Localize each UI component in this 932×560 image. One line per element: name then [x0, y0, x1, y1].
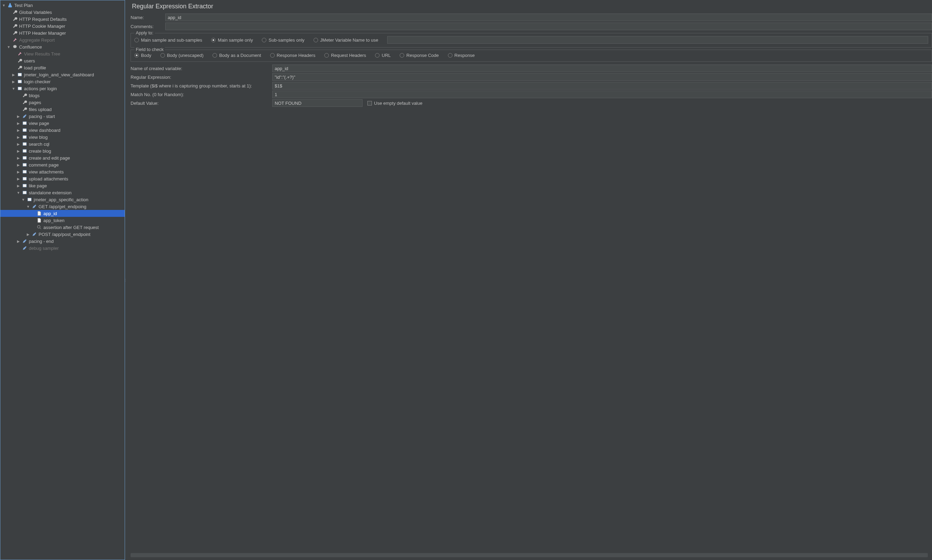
- chevron-right-icon[interactable]: ▶: [16, 163, 20, 167]
- comments-input[interactable]: [165, 23, 932, 30]
- tree-item[interactable]: ▶like page: [0, 182, 125, 189]
- jmeter-variable-name-input[interactable]: [387, 36, 928, 44]
- chevron-down-icon[interactable]: ▼: [6, 45, 11, 49]
- tree-item[interactable]: ▶comment page: [0, 162, 125, 168]
- field-to-check-option-label: Response Headers: [277, 53, 315, 58]
- name-input[interactable]: [165, 14, 932, 21]
- tree-item[interactable]: ▶search cql: [0, 140, 125, 148]
- tree-item[interactable]: ▶view page: [0, 120, 125, 127]
- tree-item-label: load profile: [24, 65, 46, 71]
- chevron-right-icon[interactable]: ▶: [16, 142, 20, 146]
- box-icon: [17, 86, 23, 91]
- box-icon: [27, 197, 32, 202]
- field-to-check-option[interactable]: Body: [134, 53, 151, 58]
- field-to-check-option[interactable]: Body (unescaped): [160, 53, 204, 58]
- tree-item[interactable]: HTTP Cookie Manager: [0, 23, 125, 29]
- splitter-handle[interactable]: ⋮⋮: [125, 0, 128, 560]
- tree-item[interactable]: ▶create and edit page: [0, 154, 125, 162]
- tree-item[interactable]: debug sampler: [0, 245, 125, 252]
- box-icon: [22, 141, 28, 147]
- tree-item[interactable]: ▼jmeter_app_specific_action: [0, 196, 125, 203]
- chevron-down-icon[interactable]: ▼: [2, 3, 6, 7]
- chevron-down-icon[interactable]: ▼: [21, 197, 25, 202]
- chevron-right-icon[interactable]: ▶: [16, 156, 20, 160]
- chevron-down-icon[interactable]: ▼: [26, 205, 30, 209]
- tree-item[interactable]: ▶create blog: [0, 148, 125, 154]
- box-icon: [17, 72, 23, 77]
- tree-item[interactable]: app_id: [0, 210, 125, 217]
- pen-icon: [22, 114, 28, 119]
- tree-item[interactable]: ▶view dashboard: [0, 127, 125, 134]
- tree-item[interactable]: ▶login checker: [0, 78, 125, 85]
- tree-item[interactable]: ▶view attachments: [0, 168, 125, 175]
- match-no-input[interactable]: [272, 91, 932, 98]
- created-var-input[interactable]: [272, 65, 932, 72]
- field-to-check-option[interactable]: URL: [375, 53, 390, 58]
- box-icon: [22, 120, 28, 126]
- wrench-icon: [17, 58, 23, 63]
- pen-icon: [22, 245, 28, 251]
- wrench-icon: [12, 23, 18, 29]
- chevron-right-icon[interactable]: ▶: [16, 121, 20, 125]
- chevron-right-icon[interactable]: ▶: [16, 128, 20, 132]
- chevron-right-icon[interactable]: ▶: [16, 149, 20, 153]
- radio-icon: [448, 53, 452, 58]
- tree-item[interactable]: View Results Tree: [0, 50, 125, 57]
- tree-item[interactable]: Aggregate Report: [0, 37, 125, 43]
- tree-item[interactable]: assertion after GET request: [0, 224, 125, 231]
- tree-item[interactable]: ▶POST /app/post_endpoint: [0, 231, 125, 238]
- tree-item[interactable]: files upload: [0, 106, 125, 113]
- field-to-check-option[interactable]: Response Code: [400, 53, 438, 58]
- apply-to-option[interactable]: Sub-samples only: [262, 37, 304, 43]
- radio-icon: [324, 53, 329, 58]
- horizontal-scrollbar[interactable]: [131, 553, 928, 557]
- chevron-down-icon[interactable]: ▼: [16, 191, 20, 195]
- tree-item[interactable]: pages: [0, 99, 125, 106]
- tree-item[interactable]: Global Variables: [0, 9, 125, 15]
- tree-item[interactable]: ▶upload attachments: [0, 175, 125, 182]
- tree-item[interactable]: app_token: [0, 217, 125, 224]
- apply-to-option[interactable]: JMeter Variable Name to use: [313, 37, 378, 43]
- broom-icon: [17, 51, 23, 57]
- tree-item[interactable]: users: [0, 57, 125, 64]
- tree-item[interactable]: ▼GET /app/get_endpoing: [0, 203, 125, 210]
- tree-item-label: login checker: [24, 79, 51, 84]
- tree-item[interactable]: HTTP Header Manager: [0, 29, 125, 37]
- chevron-right-icon[interactable]: ▶: [26, 232, 30, 236]
- tree-item-label: users: [24, 58, 35, 63]
- tree-item[interactable]: ▶view blog: [0, 134, 125, 140]
- use-empty-default-checkbox[interactable]: Use empty default value: [367, 101, 422, 106]
- chevron-right-icon[interactable]: ▶: [11, 80, 15, 84]
- regex-input[interactable]: [272, 73, 932, 81]
- field-to-check-option[interactable]: Response: [448, 53, 475, 58]
- tree-item[interactable]: ▶pacing - end: [0, 238, 125, 245]
- tree-item[interactable]: ▶pacing - start: [0, 113, 125, 120]
- radio-icon: [160, 53, 165, 58]
- field-to-check-option[interactable]: Body as a Document: [213, 53, 261, 58]
- chevron-down-icon[interactable]: ▼: [11, 86, 15, 91]
- apply-to-option[interactable]: Main sample only: [211, 37, 253, 43]
- test-plan-tree[interactable]: ▼Test PlanGlobal VariablesHTTP Request D…: [0, 0, 125, 560]
- tree-item[interactable]: ▼standalone extension: [0, 189, 125, 196]
- tree-item[interactable]: load profile: [0, 64, 125, 71]
- chevron-right-icon[interactable]: ▶: [16, 114, 20, 118]
- chevron-right-icon[interactable]: ▶: [16, 135, 20, 139]
- template-input[interactable]: [272, 82, 932, 89]
- chevron-right-icon[interactable]: ▶: [16, 183, 20, 188]
- chevron-right-icon[interactable]: ▶: [11, 72, 15, 77]
- tree-item[interactable]: ▼actions per login: [0, 85, 125, 92]
- chevron-right-icon[interactable]: ▶: [16, 170, 20, 174]
- tree-item[interactable]: ▼Confluence: [0, 43, 125, 50]
- tree-item[interactable]: ▼Test Plan: [0, 2, 125, 9]
- chevron-right-icon[interactable]: ▶: [16, 177, 20, 181]
- tree-item-label: View Results Tree: [24, 51, 60, 57]
- field-to-check-option[interactable]: Response Headers: [270, 53, 315, 58]
- field-to-check-option[interactable]: Request Headers: [324, 53, 366, 58]
- tree-item[interactable]: ▶jmeter_login_and_view_dashboard: [0, 71, 125, 78]
- default-value-input[interactable]: [272, 99, 363, 107]
- apply-to-option[interactable]: Main sample and sub-samples: [134, 37, 202, 43]
- tree-item[interactable]: blogs: [0, 92, 125, 99]
- tree-item[interactable]: HTTP Request Defaults: [0, 15, 125, 23]
- gear-icon: [12, 44, 18, 49]
- chevron-right-icon[interactable]: ▶: [16, 239, 20, 243]
